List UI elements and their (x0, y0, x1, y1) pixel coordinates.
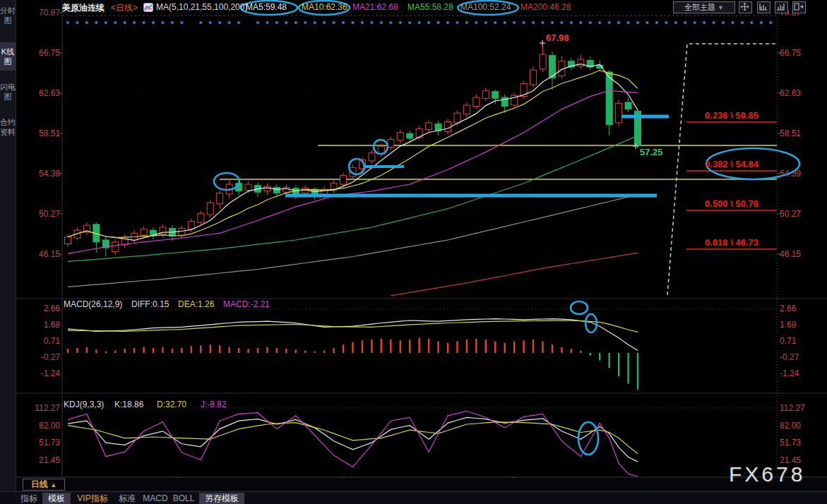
ma55-value: MA55:58.28 (407, 2, 453, 12)
tab-vip-indicators[interactable]: VIP指标 (73, 493, 112, 504)
fx678-watermark: FX678 (729, 462, 805, 486)
kdj-d-value: D:32.70 (157, 400, 186, 409)
trading-app-window: 0.236 \ 59.850.382 \ 54.840.500 \ 50.780… (0, 0, 827, 504)
sidebar-item-time-chart[interactable]: 分时图 (0, 1, 16, 30)
period-label: 日线 (31, 479, 48, 489)
ma21-value: MA21:62.68 (352, 2, 398, 12)
tab-indicators[interactable]: 指标 (17, 493, 41, 504)
tab-boll[interactable]: BOLL (171, 493, 196, 504)
ma-settings-label: MA(5,10,21,55,100,200) (156, 2, 247, 12)
x-axis-row: 日线 ▲ (0, 478, 827, 491)
macd-dea-value: DEA:1.26 (178, 299, 214, 309)
kdj-k-value: K:18.86 (114, 400, 143, 409)
pan-move-button[interactable] (739, 1, 752, 13)
macd-diff-value: DIFF:0.15 (131, 299, 169, 309)
axis-left-icon (758, 2, 768, 11)
kdj-title: KDJ(9,3,3) (64, 400, 104, 409)
ma10-value: MA10:62.36 (302, 2, 347, 12)
axis-right-icon (775, 2, 786, 11)
all-themes-dropdown[interactable]: 全部主题 ▼ (673, 1, 735, 13)
triangle-up-icon: ▲ (50, 481, 56, 488)
sidebar-item-lightning-chart[interactable]: 闪电图 (0, 78, 16, 106)
ma5-value: MA5:59.48 (246, 2, 287, 12)
ma100-value: MA100:52.24 (460, 2, 511, 12)
period-tag[interactable]: <日线> (111, 2, 138, 14)
period-selector[interactable]: 日线 ▲ (23, 479, 65, 491)
tab-save-template[interactable]: 另存模板 (199, 493, 244, 504)
tab-macd[interactable]: MACD (143, 493, 168, 504)
pane-shift-icon (793, 2, 804, 11)
ma200-value: MA200:46.28 (520, 2, 571, 12)
right-axis-toggle-button[interactable] (775, 1, 788, 13)
all-themes-label: 全部主题 (684, 3, 715, 11)
chevron-down-icon: ▼ (718, 4, 724, 11)
left-sidebar: 分时图 K线图 闪电图 合约资料 (0, 0, 16, 504)
kdj-j-value: J:-8.82 (201, 400, 227, 409)
symbol-title: 美原油连续 (62, 2, 105, 14)
sidebar-item-kline-chart[interactable]: K线图 (0, 42, 16, 71)
tab-templates[interactable]: 模板 (42, 493, 71, 504)
macd-value: MACD:-2.21 (223, 299, 270, 309)
macd-title: MACD(26,12,9) (64, 299, 122, 309)
move-icon (739, 2, 750, 11)
sidebar-item-contract-info[interactable]: 合约资料 (0, 113, 16, 141)
bottom-toolbar: 指标 模板 VIP指标 标准 MACD BOLL 另存模板 (0, 491, 827, 504)
chart-canvas (0, 0, 827, 504)
shift-pane-button[interactable] (792, 1, 806, 13)
left-axis-toggle-button[interactable] (757, 1, 771, 13)
tab-standard[interactable]: 标准 (114, 493, 140, 504)
